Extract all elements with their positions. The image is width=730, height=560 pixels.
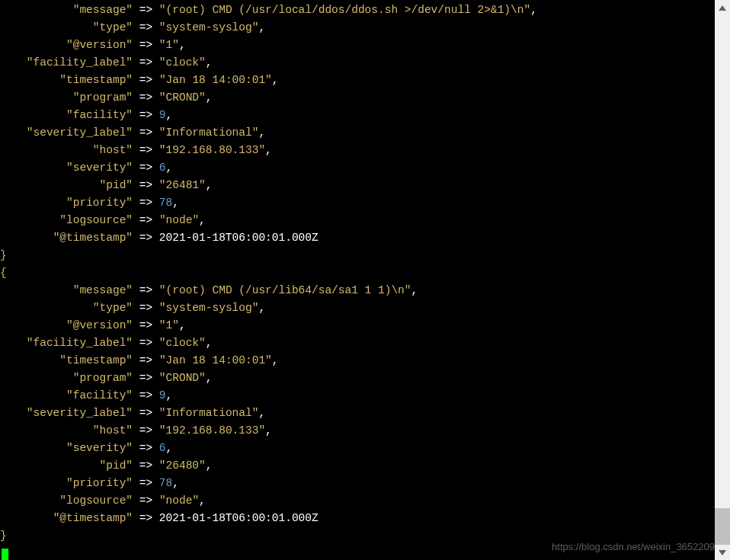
field-value: 192.168.80.133 (166, 144, 259, 156)
field-key: host (100, 424, 126, 437)
field-key: type (100, 302, 126, 314)
arrow: => (139, 337, 152, 349)
log-line: "facility_label" => "clock", (0, 334, 715, 352)
field-key: logsource (66, 494, 126, 507)
arrow: => (139, 407, 152, 419)
field-key: @timestamp (59, 512, 126, 524)
field-value: 6 (159, 442, 166, 454)
brace-open: { (0, 264, 715, 282)
field-value: clock (166, 56, 200, 69)
log-line: "timestamp" => "Jan 18 14:00:01", (0, 352, 715, 370)
scroll-down-button[interactable] (715, 545, 730, 560)
field-value: CROND (166, 372, 200, 384)
field-value: 9 (159, 109, 166, 121)
field-value: node (166, 214, 193, 226)
log-line: "message" => "(root) CMD (/usr/local/ddo… (0, 2, 715, 19)
field-value: 26480 (166, 459, 200, 472)
terminal-cursor (2, 549, 8, 560)
arrow: => (139, 319, 152, 331)
log-line: "@version" => "1", (0, 37, 715, 54)
field-value: Jan 18 14:00:01 (166, 354, 266, 366)
log-line: "@version" => "1", (0, 317, 715, 334)
field-value: clock (166, 337, 200, 349)
log-line: "logsource" => "node", (0, 212, 715, 229)
cursor-line (0, 545, 715, 560)
field-value: node (166, 494, 193, 507)
arrow: => (139, 56, 152, 69)
log-line: "host" => "192.168.80.133", (0, 142, 715, 159)
terminal-output: "message" => "(root) CMD (/usr/local/ddo… (0, 0, 715, 560)
log-line: "timestamp" => "Jan 18 14:00:01", (0, 72, 715, 89)
arrow: => (139, 512, 152, 524)
log-line: "program" => "CROND", (0, 370, 715, 387)
field-value: 1 (166, 319, 173, 331)
field-key: program (79, 91, 126, 104)
arrow: => (139, 372, 152, 384)
log-line: "pid" => "26480", (0, 457, 715, 475)
field-key: pid (106, 459, 126, 472)
log-line: "@timestamp" => 2021-01-18T06:00:01.000Z (0, 510, 715, 527)
log-line: "severity_label" => "Informational", (0, 405, 715, 422)
field-value: CROND (166, 91, 200, 104)
field-value: 2021-01-18T06:00:01.000Z (159, 232, 319, 244)
arrow: => (139, 442, 152, 454)
brace-close: } (0, 527, 715, 545)
log-line: "severity" => 6, (0, 159, 715, 177)
arrow: => (139, 162, 152, 174)
field-key: program (79, 372, 126, 384)
field-key: @version (73, 39, 126, 51)
field-key: logsource (66, 214, 126, 226)
field-key: type (100, 21, 126, 34)
log-line: "priority" => 78, (0, 475, 715, 492)
field-value: Jan 18 14:00:01 (166, 74, 266, 86)
field-value: system-syslog (166, 302, 252, 314)
field-key: @version (73, 319, 126, 331)
log-line: "facility" => 9, (0, 107, 715, 124)
arrow: => (139, 179, 152, 191)
arrow: => (139, 126, 152, 139)
arrow: => (139, 197, 152, 209)
field-key: message (79, 4, 126, 16)
log-line: "logsource" => "node", (0, 492, 715, 510)
field-key: host (100, 144, 126, 156)
scroll-thumb[interactable] (715, 508, 730, 545)
arrow: => (139, 389, 152, 402)
arrow: => (139, 74, 152, 86)
field-key: facility_label (34, 56, 126, 69)
field-value: (root) CMD (/usr/local/ddos/ddos.sh >/de… (166, 4, 524, 16)
log-line: "host" => "192.168.80.133", (0, 422, 715, 440)
field-key: severity_label (34, 126, 126, 139)
field-value: 9 (159, 389, 166, 402)
vertical-scrollbar[interactable] (715, 0, 730, 560)
field-key: facility_label (34, 337, 126, 349)
field-value: 6 (159, 162, 166, 174)
field-key: @timestamp (59, 232, 126, 244)
field-value: 26481 (166, 179, 200, 191)
arrow: => (139, 477, 152, 489)
arrow: => (139, 424, 152, 437)
arrow: => (139, 214, 152, 226)
log-line: "facility_label" => "clock", (0, 54, 715, 72)
field-key: facility (73, 389, 126, 402)
log-line: "facility" => 9, (0, 387, 715, 405)
field-key: timestamp (66, 354, 126, 366)
field-value: 78 (159, 197, 172, 209)
arrow: => (139, 354, 152, 366)
field-value: 78 (159, 477, 172, 489)
arrow: => (139, 284, 152, 296)
field-key: timestamp (66, 74, 126, 86)
log-line: "pid" => "26481", (0, 177, 715, 194)
field-value: 1 (166, 39, 173, 51)
field-key: message (79, 284, 126, 296)
scroll-up-button[interactable] (715, 0, 730, 15)
field-value: (root) CMD (/usr/lib64/sa/sa1 1 1)\n (166, 284, 405, 296)
arrow: => (139, 494, 152, 507)
arrow: => (139, 232, 152, 244)
arrow: => (139, 91, 152, 104)
log-line: "severity_label" => "Informational", (0, 124, 715, 142)
log-line: "priority" => 78, (0, 194, 715, 212)
field-key: priority (73, 197, 126, 209)
field-value: 2021-01-18T06:00:01.000Z (159, 512, 319, 524)
field-key: facility (73, 109, 126, 121)
field-key: pid (106, 179, 126, 191)
